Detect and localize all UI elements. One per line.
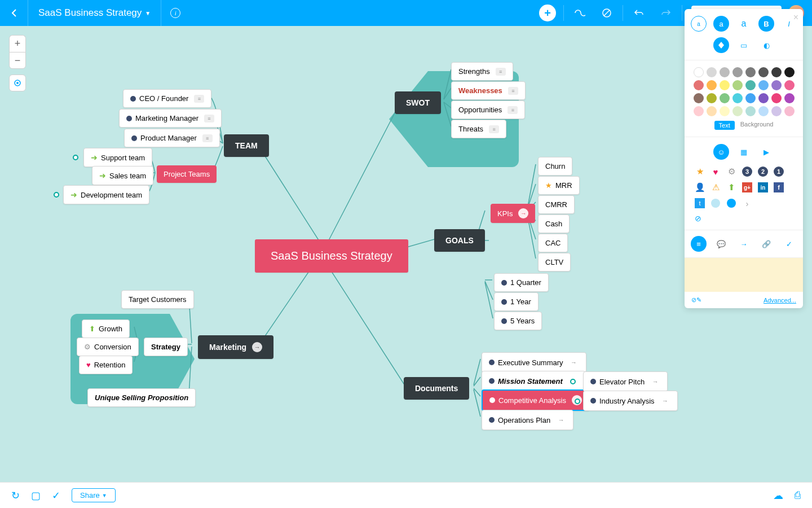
- node-exec-summary[interactable]: Executive Summary→: [482, 352, 586, 373]
- connect-button[interactable]: [566, 0, 593, 26]
- undo-button[interactable]: [625, 0, 652, 26]
- node-ceo[interactable]: CEO / Founder≡: [123, 89, 211, 108]
- node-marketing-mgr[interactable]: Marketing Manager≡: [119, 109, 222, 128]
- node-cltv[interactable]: CLTV: [538, 253, 571, 271]
- node-churn[interactable]: Churn: [538, 157, 572, 176]
- node-documents[interactable]: Documents: [404, 377, 469, 400]
- zoom-in-button[interactable]: +: [9, 35, 26, 52]
- document-title-dropdown[interactable]: SaaS Business Strategy▼: [28, 0, 161, 26]
- color-swatch[interactable]: [784, 80, 795, 90]
- node-cac[interactable]: CAC: [538, 234, 568, 252]
- color-swatch[interactable]: [732, 80, 743, 90]
- info-button[interactable]: i: [161, 0, 189, 26]
- node-1year[interactable]: 1 Year: [494, 292, 539, 311]
- color-swatch[interactable]: [707, 93, 717, 103]
- checklist-button[interactable]: ✓: [52, 489, 60, 502]
- node-cash[interactable]: Cash: [538, 214, 570, 233]
- bold-button[interactable]: B: [758, 16, 774, 32]
- color-swatch[interactable]: [784, 106, 795, 116]
- node-marketing[interactable]: Marketing→: [198, 335, 273, 359]
- badge-2-option[interactable]: 2: [758, 167, 768, 177]
- color-swatch[interactable]: [707, 106, 717, 116]
- more-icons-button[interactable]: ›: [742, 198, 752, 208]
- node-conversion[interactable]: ⚙Conversion: [77, 338, 139, 356]
- clear-format-button[interactable]: ⊘: [691, 296, 696, 304]
- image-button[interactable]: ▦: [736, 144, 752, 160]
- node-5years[interactable]: 5 Years: [494, 312, 542, 330]
- badge-1-option[interactable]: 1: [774, 167, 784, 177]
- font-large-button[interactable]: a: [736, 16, 752, 32]
- zoom-out-button[interactable]: −: [9, 52, 26, 69]
- node-growth[interactable]: ⬆Growth: [82, 319, 130, 338]
- arrow-up-icon-option[interactable]: ⬆: [726, 182, 736, 192]
- node-1quarter[interactable]: 1 Quarter: [494, 273, 549, 292]
- share-button[interactable]: Share▼: [72, 488, 116, 502]
- collapse-handle[interactable]: [570, 379, 576, 384]
- add-node-button[interactable]: +: [534, 0, 561, 26]
- warning-icon-option[interactable]: ⚠: [710, 182, 721, 192]
- border-style-button[interactable]: ▭: [736, 37, 752, 53]
- node-swot[interactable]: SWOT: [395, 91, 441, 114]
- node-operations-plan[interactable]: Operations Plan→: [482, 410, 573, 430]
- disable-button[interactable]: [593, 0, 620, 26]
- color-swatch[interactable]: [694, 106, 704, 116]
- heart-icon-option[interactable]: ♥: [710, 167, 721, 177]
- shape-style-button[interactable]: ◐: [758, 37, 774, 53]
- badge-3-option[interactable]: 3: [742, 167, 752, 177]
- history-button[interactable]: ↻: [11, 489, 20, 502]
- collapse-handle[interactable]: [54, 192, 59, 198]
- node-competitive-analysis[interactable]: Competitive Analysis→: [482, 389, 590, 411]
- color-swatch[interactable]: [732, 67, 743, 77]
- video-button[interactable]: ▶: [758, 144, 774, 160]
- cloud-download-button[interactable]: ☁: [773, 489, 783, 502]
- color-swatch[interactable]: [771, 93, 782, 103]
- node-center[interactable]: SaaS Business Strategy: [255, 239, 408, 273]
- color-swatch[interactable]: [745, 106, 756, 116]
- node-sales-team[interactable]: ➜Sales team: [92, 166, 153, 185]
- link-arrow-button[interactable]: →: [736, 236, 752, 252]
- color-swatch[interactable]: [745, 80, 756, 90]
- font-medium-button[interactable]: a: [713, 16, 729, 32]
- color-swatch[interactable]: [771, 80, 782, 90]
- edit-format-button[interactable]: ✎: [696, 296, 701, 304]
- emoji-button[interactable]: ☺: [713, 144, 729, 160]
- gplus-icon-option[interactable]: g+: [742, 182, 752, 192]
- color-swatch[interactable]: [771, 67, 782, 77]
- color-swatch[interactable]: [745, 67, 756, 77]
- collapse-handle[interactable]: [73, 155, 78, 160]
- node-project-teams[interactable]: Project Teams: [157, 165, 217, 183]
- node-product-mgr[interactable]: Product Manager≡: [124, 129, 220, 147]
- color-swatch[interactable]: [784, 93, 795, 103]
- advanced-link[interactable]: Advanced...: [764, 297, 796, 304]
- node-target-customers[interactable]: Target Customers: [121, 290, 194, 309]
- star-icon-option[interactable]: ★: [695, 167, 705, 177]
- task-button[interactable]: ✓: [781, 236, 797, 252]
- color-swatch[interactable]: [758, 93, 769, 103]
- node-industry-analysis[interactable]: Industry Analysis→: [583, 391, 678, 411]
- no-icon-option[interactable]: ⊘: [695, 214, 701, 223]
- attachment-button[interactable]: 🔗: [758, 236, 774, 252]
- text-color-tab[interactable]: Text: [714, 121, 735, 130]
- node-kpis[interactable]: KPIs→: [491, 204, 535, 223]
- color-swatch[interactable]: [694, 67, 704, 77]
- node-usp[interactable]: Unique Selling Proposition: [87, 388, 196, 407]
- collapse-handle[interactable]: [575, 398, 580, 404]
- background-color-tab[interactable]: Background: [740, 121, 774, 130]
- color-swatch[interactable]: [720, 106, 730, 116]
- color-swatch[interactable]: [745, 93, 756, 103]
- gear-icon-option[interactable]: ⚙: [726, 167, 736, 177]
- node-team[interactable]: TEAM: [224, 134, 269, 157]
- node-cmrr[interactable]: CMRR: [538, 195, 575, 214]
- node-dev-team[interactable]: ➜Development team: [63, 185, 149, 204]
- font-small-button[interactable]: a: [691, 16, 707, 32]
- back-button[interactable]: [0, 0, 28, 26]
- color-swatch[interactable]: [771, 106, 782, 116]
- color-swatch[interactable]: [758, 106, 769, 116]
- note-button[interactable]: ≡: [691, 236, 707, 252]
- node-goals[interactable]: GOALS: [434, 229, 485, 252]
- blue-circle-option[interactable]: [726, 198, 736, 208]
- person-icon-option[interactable]: 👤: [695, 182, 705, 192]
- color-swatch[interactable]: [732, 93, 743, 103]
- node-threats[interactable]: Threats≡: [451, 120, 506, 138]
- facebook-icon-option[interactable]: f: [774, 182, 784, 192]
